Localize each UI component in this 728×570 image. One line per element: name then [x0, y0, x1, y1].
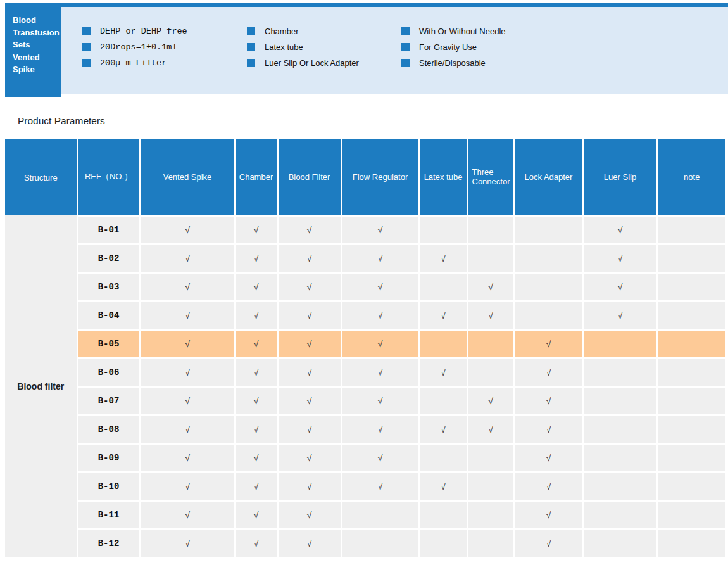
- ref-cell: B-06: [77, 358, 140, 386]
- empty-cell: [657, 244, 725, 272]
- feature-item: 20Drops=1±0.1ml: [82, 39, 187, 55]
- checkmark-cell: √: [235, 472, 277, 500]
- table-row: B-10√√√√√√: [5, 472, 725, 500]
- feature-item: With Or Without Needle: [401, 23, 506, 39]
- checkmark-cell: √: [140, 244, 235, 272]
- checkmark-cell: √: [277, 472, 341, 500]
- ref-cell: B-09: [77, 443, 140, 472]
- table-row: B-07√√√√√√: [5, 386, 725, 415]
- empty-cell: [657, 472, 725, 500]
- empty-cell: [341, 529, 419, 557]
- empty-cell: [419, 443, 467, 472]
- empty-cell: [583, 386, 657, 415]
- checkmark-cell: √: [467, 301, 514, 329]
- checkmark-cell: √: [140, 500, 235, 529]
- table-header: Structure REF（NO.） Vented Spike Chamber …: [5, 139, 725, 215]
- checkmark-cell: √: [341, 272, 419, 301]
- feature-column-2: Chamber Latex tube Luer Slip Or Lock Ada…: [247, 23, 359, 71]
- checkmark-cell: √: [514, 529, 583, 557]
- header-structure: Structure: [5, 139, 77, 215]
- empty-cell: [341, 500, 419, 529]
- empty-cell: [657, 301, 725, 329]
- empty-cell: [657, 443, 725, 472]
- ref-cell: B-08: [77, 415, 140, 443]
- empty-cell: [419, 386, 467, 415]
- empty-cell: [583, 500, 657, 529]
- ref-cell: B-05: [77, 329, 140, 358]
- empty-cell: [419, 500, 467, 529]
- table-row: B-05√√√√√: [5, 329, 725, 358]
- bullet-square-icon: [401, 59, 410, 67]
- header-blood-filter: Blood Filter: [277, 139, 341, 215]
- empty-cell: [467, 329, 514, 358]
- empty-cell: [657, 272, 725, 301]
- checkmark-cell: √: [235, 415, 277, 443]
- header-flow-regulator: Flow Regulator: [341, 139, 419, 215]
- checkmark-cell: √: [583, 301, 657, 329]
- ref-cell: B-07: [77, 386, 140, 415]
- empty-cell: [583, 415, 657, 443]
- empty-cell: [467, 244, 514, 272]
- checkmark-cell: √: [277, 500, 341, 529]
- bullet-square-icon: [247, 43, 255, 51]
- bullet-square-icon: [82, 27, 91, 35]
- feature-label: Luer Slip Or Lock Adapter: [265, 58, 359, 68]
- checkmark-cell: √: [419, 301, 467, 329]
- checkmark-cell: √: [140, 301, 235, 329]
- header-three-connector: Three Connector: [467, 139, 514, 215]
- empty-cell: [583, 529, 657, 557]
- feature-column-3: With Or Without Needle For Gravity Use S…: [401, 23, 506, 71]
- checkmark-cell: √: [341, 301, 419, 329]
- checkmark-cell: √: [341, 215, 419, 244]
- empty-cell: [583, 329, 657, 358]
- empty-cell: [514, 215, 583, 244]
- checkmark-cell: √: [277, 215, 341, 244]
- feature-item: DEHP or DEHP free: [82, 23, 187, 39]
- bullet-square-icon: [401, 43, 410, 51]
- feature-label: 20Drops=1±0.1ml: [100, 42, 177, 52]
- empty-cell: [657, 215, 725, 244]
- feature-item: Sterile/Disposable: [401, 55, 506, 71]
- feature-item: Luer Slip Or Lock Adapter: [247, 55, 359, 71]
- checkmark-cell: √: [514, 443, 583, 472]
- empty-cell: [657, 358, 725, 386]
- empty-cell: [583, 443, 657, 472]
- checkmark-cell: √: [514, 358, 583, 386]
- checkmark-cell: √: [140, 215, 235, 244]
- checkmark-cell: √: [514, 415, 583, 443]
- product-parameters-table: Structure REF（NO.） Vented Spike Chamber …: [5, 139, 725, 557]
- checkmark-cell: √: [514, 329, 583, 358]
- feature-label: For Gravity Use: [419, 42, 477, 52]
- feature-label: Chamber: [265, 27, 298, 36]
- feature-label: With Or Without Needle: [419, 27, 506, 36]
- checkmark-cell: √: [277, 415, 341, 443]
- page: { "banner": { "title": "Blood\nTransfusi…: [0, 0, 728, 570]
- checkmark-cell: √: [235, 329, 277, 358]
- empty-cell: [467, 215, 514, 244]
- checkmark-cell: √: [277, 386, 341, 415]
- empty-cell: [583, 472, 657, 500]
- checkmark-cell: √: [277, 329, 341, 358]
- checkmark-cell: √: [467, 272, 514, 301]
- checkmark-cell: √: [277, 301, 341, 329]
- checkmark-cell: √: [277, 358, 341, 386]
- checkmark-cell: √: [140, 386, 235, 415]
- checkmark-cell: √: [140, 272, 235, 301]
- header-note: note: [657, 139, 725, 215]
- checkmark-cell: √: [341, 443, 419, 472]
- feature-column-1: DEHP or DEHP free 20Drops=1±0.1ml 200μ m…: [82, 23, 187, 71]
- empty-cell: [583, 358, 657, 386]
- structure-cell: Blood filter: [5, 215, 77, 557]
- table-row: B-08√√√√√√√: [5, 415, 725, 443]
- top-banner: Blood Transfusion Sets Vented Spike DEHP…: [0, 0, 728, 101]
- ref-cell: B-11: [77, 500, 140, 529]
- empty-cell: [467, 443, 514, 472]
- feature-label: Latex tube: [265, 42, 303, 52]
- empty-cell: [657, 415, 725, 443]
- header-vented-spike: Vented Spike: [140, 139, 235, 215]
- bullet-square-icon: [82, 59, 91, 67]
- feature-label: Sterile/Disposable: [419, 58, 486, 68]
- empty-cell: [657, 329, 725, 358]
- checkmark-cell: √: [235, 443, 277, 472]
- ref-cell: B-01: [77, 215, 140, 244]
